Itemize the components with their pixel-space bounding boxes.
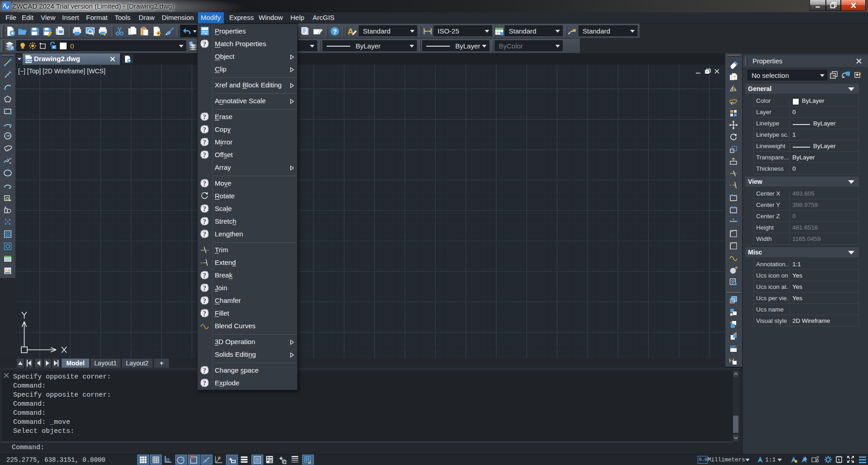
svg-text:?: ? bbox=[333, 28, 337, 35]
svg-text:A: A bbox=[5, 268, 8, 273]
svg-text:ABC: ABC bbox=[730, 345, 737, 348]
